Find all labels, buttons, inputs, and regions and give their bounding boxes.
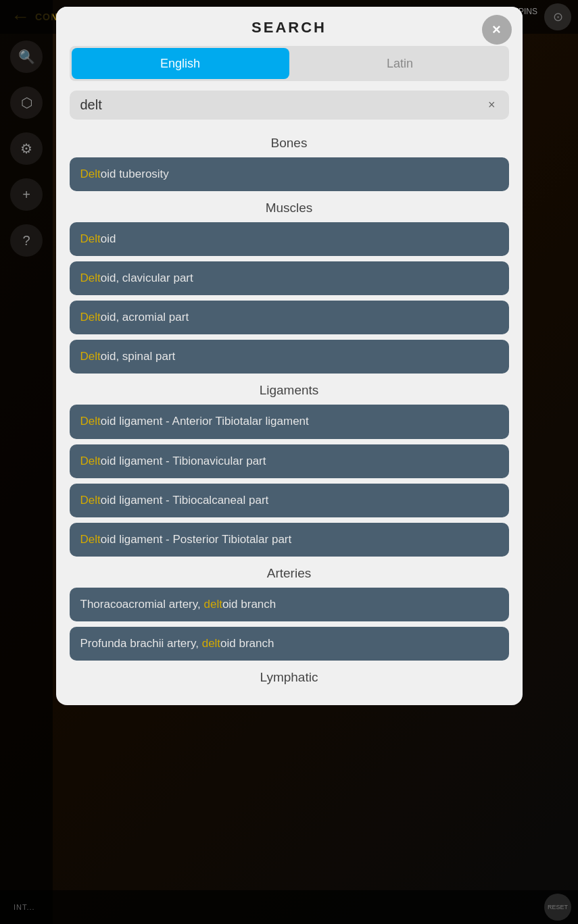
- result-deltoid-lig-post[interactable]: Deltoid ligament - Posterior Tibiotalar …: [70, 523, 509, 557]
- result-deltoid-lig-calc[interactable]: Deltoid ligament - Tibiocalcaneal part: [70, 484, 509, 517]
- result-deltoid-spinal[interactable]: Deltoid, spinal part: [70, 340, 509, 374]
- result-deltoid-lig-ant[interactable]: Deltoid ligament - Anterior Tibiotalar l…: [70, 405, 509, 438]
- language-tabs: English Latin: [70, 46, 509, 81]
- results-container[interactable]: Bones Deltoid tuberosity Muscles Deltoid…: [56, 126, 523, 705]
- modal-header: SEARCH ×: [56, 7, 523, 46]
- section-header-bones: Bones: [70, 136, 509, 151]
- search-input[interactable]: delt: [80, 97, 485, 113]
- result-deltoid[interactable]: Deltoid: [70, 222, 509, 256]
- section-header-lymphatic: Lymphatic: [70, 670, 509, 685]
- result-deltoid-acromial[interactable]: Deltoid, acromial part: [70, 301, 509, 334]
- modal-title: SEARCH: [251, 19, 327, 36]
- result-thoracoacromial[interactable]: Thoracoacromial artery, deltoid branch: [70, 588, 509, 621]
- clear-search-button[interactable]: ×: [485, 98, 498, 112]
- result-deltoid-lig-tib[interactable]: Deltoid ligament - Tibionavicular part: [70, 444, 509, 478]
- tab-english[interactable]: English: [72, 48, 289, 79]
- close-button[interactable]: ×: [482, 15, 512, 45]
- search-modal: SEARCH × English Latin delt × Bones Delt…: [56, 7, 523, 705]
- modal-overlay: SEARCH × English Latin delt × Bones Delt…: [0, 0, 578, 924]
- section-header-arteries: Arteries: [70, 566, 509, 581]
- section-header-muscles: Muscles: [70, 201, 509, 215]
- tab-latin[interactable]: Latin: [291, 46, 509, 81]
- result-deltoid-tuberosity[interactable]: Deltoid tuberosity: [70, 157, 509, 191]
- section-header-ligaments: Ligaments: [70, 383, 509, 398]
- result-profunda-brachii[interactable]: Profunda brachii artery, deltoid branch: [70, 627, 509, 661]
- search-input-container[interactable]: delt ×: [70, 91, 509, 120]
- result-deltoid-clavicular[interactable]: Deltoid, clavicular part: [70, 261, 509, 295]
